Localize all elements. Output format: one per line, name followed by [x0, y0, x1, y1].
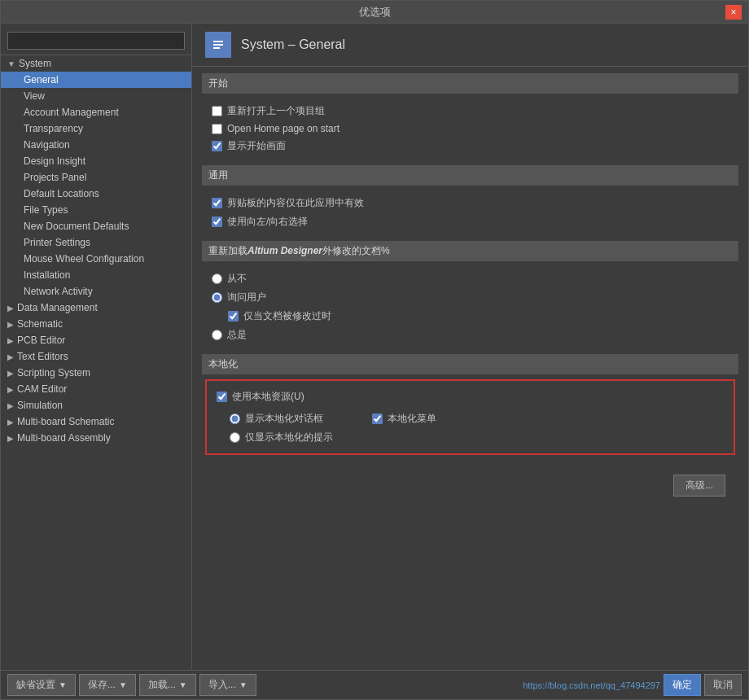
sidebar-item-navigation[interactable]: Navigation: [1, 137, 191, 153]
sidebar-scripting-label: Scripting System: [17, 367, 90, 378]
radio-show-tips: 仅显示本地化的提示: [226, 428, 336, 447]
checkbox-show-start: 显示开始画面: [208, 137, 732, 155]
sidebar-item-general[interactable]: General: [1, 72, 191, 88]
sidebar-mba-label: Multi-board Assembly: [17, 432, 111, 444]
load-button[interactable]: 加载... ▼: [139, 674, 196, 696]
default-settings-arrow: ▼: [59, 680, 67, 689]
section-reload-header: 重新加载Altium Designer外修改的文档%: [202, 241, 738, 261]
select-lr-checkbox[interactable]: [212, 217, 222, 227]
never-label: 从不: [227, 272, 247, 286]
show-start-checkbox[interactable]: [212, 141, 222, 151]
sidebar-schematic-label: Schematic: [17, 318, 63, 330]
sidebar-item-default-locations[interactable]: Default Locations: [1, 186, 191, 202]
local-menu-checkbox[interactable]: [372, 413, 383, 424]
url-text: https://blog.csdn.net/qq_47494297: [523, 680, 660, 690]
use-local-label: 使用本地资源(U): [232, 390, 304, 404]
expand-arrow-mba: ▶: [7, 434, 14, 443]
sidebar-item-mouse-wheel[interactable]: Mouse Wheel Configuration: [1, 251, 191, 267]
section-start: 开始 重新打开上一个项目组 Open Home page on start 显示…: [202, 73, 738, 159]
sidebar-account-label: Account Management: [24, 107, 119, 118]
load-arrow: ▼: [179, 680, 187, 689]
sidebar-cam-label: CAM Editor: [17, 383, 67, 395]
expand-arrow-schematic: ▶: [7, 320, 14, 329]
dialog-title: 优选项: [24, 5, 725, 20]
section-localization: 本地化 使用本地资源(U) 显示本地化对话框: [202, 354, 738, 455]
sidebar-item-multi-board-assembly[interactable]: ▶ Multi-board Assembly: [1, 430, 191, 446]
show-tips-radio[interactable]: [230, 432, 240, 443]
expand-arrow-mbs: ▶: [7, 418, 14, 427]
sidebar-default-locations-label: Default Locations: [24, 188, 99, 199]
section-start-content: 重新打开上一个项目组 Open Home page on start 显示开始画…: [202, 98, 738, 159]
close-button[interactable]: ×: [725, 5, 742, 20]
sidebar-item-view[interactable]: View: [1, 88, 191, 104]
sidebar-item-network-activity[interactable]: Network Activity: [1, 283, 191, 300]
sidebar-item-design-insight[interactable]: Design Insight: [1, 153, 191, 169]
always-radio[interactable]: [212, 330, 222, 340]
save-button[interactable]: 保存... ▼: [79, 674, 136, 696]
open-home-checkbox[interactable]: [212, 124, 222, 134]
sidebar-item-data-management[interactable]: ▶ Data Management: [1, 300, 191, 316]
content-header: System – General: [192, 24, 748, 67]
sidebar-item-projects-panel[interactable]: Projects Panel: [1, 169, 191, 186]
sidebar-item-cam-editor[interactable]: ▶ CAM Editor: [1, 381, 191, 397]
sidebar-item-pcb-editor[interactable]: ▶ PCB Editor: [1, 332, 191, 348]
svg-rect-2: [213, 44, 223, 46]
svg-rect-1: [213, 41, 223, 42]
only-modified-checkbox[interactable]: [228, 311, 239, 322]
ok-button[interactable]: 确定: [664, 674, 701, 696]
local-menu-label: 本地化菜单: [388, 412, 436, 426]
load-label: 加载...: [148, 678, 176, 692]
svg-rect-3: [213, 47, 220, 49]
import-button[interactable]: 导入... ▼: [199, 674, 256, 696]
advanced-button[interactable]: 高级...: [673, 475, 725, 497]
radio-show-dialog: 显示本地化对话框: [226, 409, 336, 428]
sidebar-item-printer-settings[interactable]: Printer Settings: [1, 234, 191, 251]
expand-arrow-pcb-editor: ▶: [7, 336, 14, 345]
import-arrow: ▼: [239, 680, 247, 689]
sidebar-projects-panel-label: Projects Panel: [24, 172, 86, 183]
localization-box: 使用本地资源(U) 显示本地化对话框 仅显示本地化的提示: [205, 379, 735, 455]
sidebar-installation-label: Installation: [24, 269, 70, 281]
title-bar: 优选项 ×: [1, 1, 748, 24]
checkbox-clipboard: 剪贴板的内容仅在此应用中有效: [208, 194, 732, 212]
sidebar-item-scripting[interactable]: ▶ Scripting System: [1, 365, 191, 381]
sidebar-item-schematic[interactable]: ▶ Schematic: [1, 316, 191, 332]
expand-arrow-cam: ▶: [7, 385, 14, 394]
reopen-project-checkbox[interactable]: [212, 106, 222, 116]
ask-user-radio[interactable]: [212, 292, 222, 303]
show-dialog-radio[interactable]: [230, 413, 240, 424]
sidebar-general-label: General: [24, 74, 59, 85]
sidebar-item-text-editors[interactable]: ▶ Text Editors: [1, 348, 191, 365]
cancel-button[interactable]: 取消: [704, 674, 742, 696]
never-radio[interactable]: [212, 273, 222, 284]
select-lr-label: 使用向左/向右选择: [227, 215, 308, 229]
sidebar-printer-settings-label: Printer Settings: [24, 237, 90, 248]
use-local-checkbox[interactable]: [217, 392, 227, 402]
default-settings-button[interactable]: 缺省设置 ▼: [7, 674, 76, 696]
sidebar-pcb-editor-label: PCB Editor: [17, 335, 65, 346]
sidebar-item-new-doc-defaults[interactable]: New Document Defaults: [1, 218, 191, 234]
sidebar-item-multi-board-schematic[interactable]: ▶ Multi-board Schematic: [1, 413, 191, 430]
clipboard-checkbox[interactable]: [212, 198, 222, 208]
sidebar-new-doc-defaults-label: New Document Defaults: [24, 221, 129, 232]
sidebar-item-system[interactable]: ▼ System: [1, 55, 191, 72]
sidebar-mouse-wheel-label: Mouse Wheel Configuration: [24, 253, 144, 265]
sidebar-item-file-types[interactable]: File Types: [1, 202, 191, 218]
show-start-label: 显示开始画面: [227, 139, 286, 153]
save-label: 保存...: [88, 678, 116, 692]
search-input[interactable]: [7, 32, 185, 50]
checkbox-local-menu: 本地化菜单: [369, 409, 440, 428]
sidebar-item-installation[interactable]: Installation: [1, 267, 191, 283]
sidebar-item-transparency[interactable]: Transparency: [1, 120, 191, 137]
save-arrow: ▼: [119, 680, 127, 689]
section-general-content: 剪贴板的内容仅在此应用中有效 使用向左/向右选择: [202, 190, 738, 234]
only-modified-label: 仅当文档被修改过时: [243, 309, 331, 323]
always-label: 总是: [227, 328, 247, 342]
radio-ask-user: 询问用户: [208, 288, 732, 307]
checkbox-use-local: 使用本地资源(U): [213, 387, 727, 406]
checkbox-open-home: Open Home page on start: [208, 120, 732, 137]
sidebar-item-account-management[interactable]: Account Management: [1, 104, 191, 120]
radio-never: 从不: [208, 269, 732, 288]
sidebar-item-simulation[interactable]: ▶ Simulation: [1, 397, 191, 413]
search-box: [1, 27, 191, 55]
